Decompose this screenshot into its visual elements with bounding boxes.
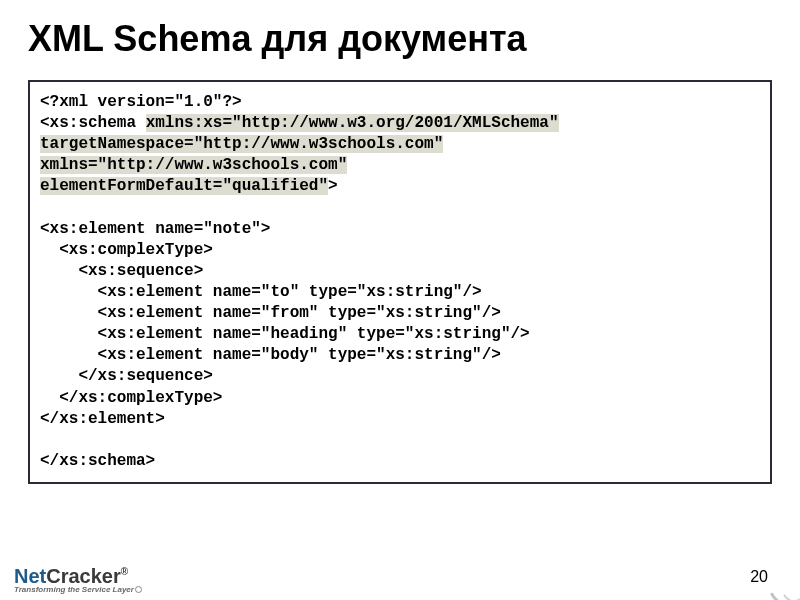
page-number: 20	[750, 568, 768, 586]
code-block: <?xml version="1.0"?> <xs:schema xmlns:x…	[28, 80, 772, 484]
logo-word-b: Cracker	[46, 565, 121, 587]
logo-tagline: Transforming the Service Layer	[14, 585, 134, 594]
footer: NetCracker® Transforming the Service Lay…	[0, 540, 800, 600]
slide-title: XML Schema для документа	[0, 0, 800, 70]
code-content: <?xml version="1.0"?> <xs:schema xmlns:x…	[40, 92, 760, 472]
logo-word-a: Net	[14, 565, 46, 587]
logo-registered: ®	[121, 566, 128, 577]
brand-logo: NetCracker® Transforming the Service Lay…	[14, 566, 142, 594]
corner-decoration-icon	[768, 564, 800, 600]
logo-ring-icon	[135, 586, 142, 593]
